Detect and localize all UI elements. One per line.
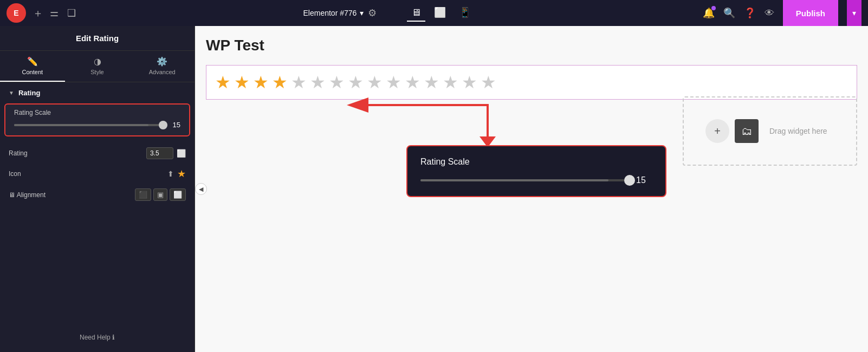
tablet-icon[interactable]: ⬜ — [430, 4, 450, 22]
collapse-toggle[interactable]: ◀ — [195, 183, 207, 195]
rating-value-group: ⬜ — [146, 147, 186, 159]
pencil-icon: ✏️ — [27, 56, 38, 67]
device-switcher: 🖥 ⬜ 📱 — [407, 4, 475, 22]
rating-control: Rating ⬜ — [0, 143, 195, 164]
filter-icon[interactable]: ⚌ — [50, 7, 59, 19]
star-2: ★ — [234, 72, 250, 93]
tab-content-label: Content — [22, 69, 43, 75]
red-arrow-svg — [260, 89, 531, 154]
eye-icon[interactable]: 👁 — [765, 8, 774, 19]
half-circle-icon: ◑ — [94, 56, 101, 67]
alignment-label: 🖥 Alignment — [9, 191, 131, 199]
settings-icon[interactable]: ⚙ — [368, 7, 377, 19]
mobile-icon[interactable]: 📱 — [455, 4, 475, 22]
page-title-text: Elementor #776 — [303, 9, 357, 17]
tooltip-popup: Rating Scale 15 — [406, 145, 666, 197]
plus-icon-circle[interactable]: + — [705, 119, 729, 143]
topbar-center: Elementor #776 ▾ ⚙ 🖥 ⬜ 📱 — [80, 4, 698, 22]
tooltip-thumb[interactable] — [624, 175, 635, 186]
star-1: ★ — [215, 72, 231, 93]
drop-zone-container: + 🗂 Drag widget here — [683, 96, 857, 244]
sidebar-body: ▼ Rating Rating Scale 15 Rating — [0, 82, 195, 323]
publish-dropdown-button[interactable]: ▾ — [847, 0, 861, 26]
monitor-icon: 🖥 — [9, 191, 15, 199]
tab-content[interactable]: ✏️ Content — [0, 51, 65, 82]
icon-label: Icon — [9, 170, 163, 178]
rating-scale-label: Rating Scale — [14, 109, 180, 116]
tooltip-fill — [420, 179, 608, 181]
icon-control: Icon ⬆ ★ — [0, 164, 195, 184]
gear-icon: ⚙️ — [157, 56, 167, 67]
tab-style[interactable]: ◑ Style — [65, 51, 130, 82]
canvas: WP Test ★ ★ ★ ★ ★ ★ ★ ★ ★ ★ ★ ★ ★ ★ ★ — [195, 26, 868, 352]
slider-thumb[interactable] — [159, 121, 167, 129]
tab-style-label: Style — [90, 69, 103, 75]
desktop-icon[interactable]: 🖥 — [407, 5, 425, 22]
help-circle-icon: ℹ — [112, 334, 115, 341]
filter-icons: ⚌ ❑ — [50, 7, 76, 19]
notif-dot — [711, 6, 716, 10]
section-arrow-icon: ▼ — [9, 90, 14, 96]
right-icons: 🔔 🔍 ❓ 👁 — [703, 7, 774, 19]
tooltip-track[interactable] — [420, 179, 630, 181]
folder-icon-square[interactable]: 🗂 — [735, 119, 759, 143]
topbar-right: 🔔 🔍 ❓ 👁 Publish ▾ — [703, 0, 861, 26]
help-icon[interactable]: ❓ — [744, 7, 756, 19]
slider-track[interactable] — [14, 124, 163, 126]
add-button[interactable]: ＋ — [30, 6, 46, 21]
star-icon[interactable]: ★ — [177, 168, 186, 180]
tooltip-title: Rating Scale — [420, 157, 652, 167]
elementor-logo[interactable]: E — [7, 3, 26, 23]
drop-text: Drag widget here — [769, 127, 827, 135]
rating-label: Rating — [9, 149, 142, 157]
rating-section-header[interactable]: ▼ Rating — [0, 82, 195, 103]
section-title: Rating — [18, 89, 40, 97]
icon-value-group: ⬆ ★ — [167, 168, 186, 180]
page-title[interactable]: Elementor #776 ▾ — [303, 9, 364, 17]
upload-icon[interactable]: ⬆ — [167, 170, 174, 178]
need-help-text: Need Help — [80, 334, 111, 341]
alignment-control: 🖥 Alignment ⬛ ▣ ⬜ — [0, 184, 195, 205]
tooltip-value: 15 — [636, 175, 652, 185]
slider-fill — [14, 124, 148, 126]
tooltip-slider-row: 15 — [420, 175, 652, 185]
topbar: E ＋ ⚌ ❑ Elementor #776 ▾ ⚙ 🖥 ⬜ 📱 🔔 🔍 ❓ 👁… — [0, 0, 868, 26]
layers-icon[interactable]: ❑ — [67, 7, 76, 19]
align-center-button[interactable]: ▣ — [153, 188, 167, 201]
sidebar: Edit Rating ✏️ Content ◑ Style ⚙️ Advanc… — [0, 26, 195, 352]
align-right-button[interactable]: ⬜ — [170, 188, 186, 201]
sidebar-tabs: ✏️ Content ◑ Style ⚙️ Advanced — [0, 51, 195, 82]
slider-value: 15 — [167, 121, 180, 129]
tab-advanced[interactable]: ⚙️ Advanced — [129, 51, 195, 82]
align-buttons: ⬛ ▣ ⬜ — [135, 188, 186, 201]
notifications-icon[interactable]: 🔔 — [703, 7, 715, 19]
drop-zone-icons: + 🗂 — [705, 119, 759, 143]
page-heading: WP Test — [206, 37, 857, 54]
main-layout: Edit Rating ✏️ Content ◑ Style ⚙️ Advanc… — [0, 26, 868, 352]
sidebar-header: Edit Rating — [0, 26, 195, 51]
tab-advanced-label: Advanced — [149, 69, 176, 75]
drop-zone[interactable]: + 🗂 Drag widget here — [683, 96, 857, 166]
rating-scale-slider-row: 15 — [14, 121, 180, 129]
need-help[interactable]: Need Help ℹ — [0, 323, 195, 352]
rating-scale-control: Rating Scale 15 — [4, 103, 190, 136]
rating-input[interactable] — [146, 147, 173, 159]
publish-button[interactable]: Publish — [783, 0, 838, 26]
reset-icon[interactable]: ⬜ — [177, 149, 186, 158]
chevron-down-icon: ▾ — [360, 9, 364, 17]
search-icon[interactable]: 🔍 — [723, 7, 735, 19]
align-left-button[interactable]: ⬛ — [135, 188, 151, 201]
